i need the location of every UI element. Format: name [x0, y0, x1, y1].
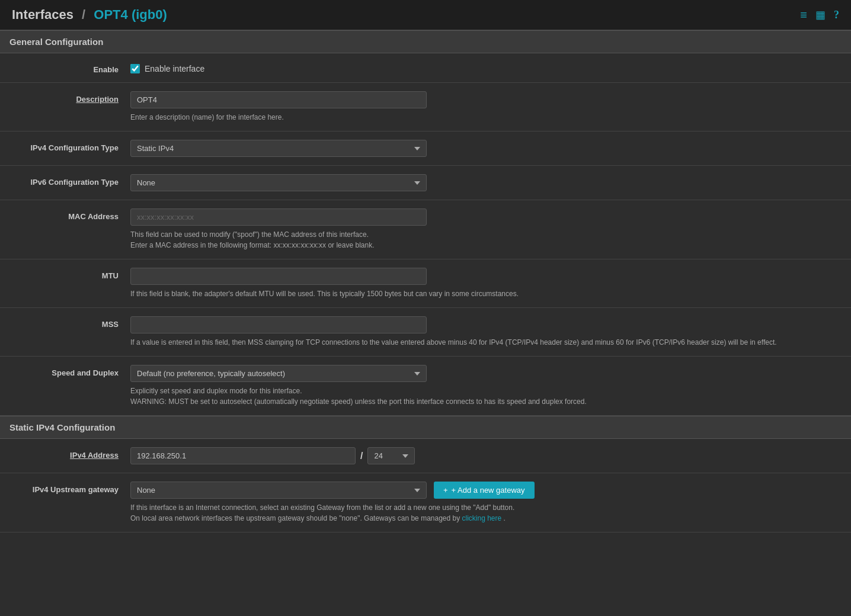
ipv6-config-type-select[interactable]: None Static IPv6 DHCPv6 SLAAC 6rd Tunnel…: [130, 174, 427, 191]
ipv6-config-type-content: None Static IPv6 DHCPv6 SLAAC 6rd Tunnel…: [130, 174, 851, 191]
ipv4-gateway-label: IPv4 Upstream gateway: [0, 482, 130, 494]
breadcrumb-page: OPT4 (igb0): [94, 7, 167, 22]
cidr-select[interactable]: 24 3231302928 2726252322 2120191817 1681: [367, 447, 415, 464]
ipv4-address-input[interactable]: [130, 447, 356, 464]
ipv6-config-type-label: IPv6 Configuration Type: [0, 174, 130, 187]
ipv4-address-row-inner: / 24 3231302928 2726252322 2120191817 16…: [130, 447, 839, 464]
ipv4-gateway-select[interactable]: None: [130, 482, 427, 499]
speed-duplex-label: Speed and Duplex: [0, 365, 130, 377]
ipv4-address-content: / 24 3231302928 2726252322 2120191817 16…: [130, 447, 851, 464]
add-gateway-button[interactable]: + + Add a new gateway: [434, 482, 535, 499]
ipv4-config-type-row: IPv4 Configuration Type Static IPv4 None…: [0, 131, 851, 166]
add-gateway-plus-icon: +: [443, 486, 448, 495]
breadcrumb-separator: /: [82, 7, 85, 22]
ipv4-gateway-content: None + + Add a new gateway If this inter…: [130, 482, 851, 524]
mtu-label: MTU: [0, 268, 130, 280]
speed-duplex-content: Default (no preference, typically autose…: [130, 365, 851, 407]
mac-address-content: This field can be used to modify ("spoof…: [130, 208, 851, 251]
chart-icon[interactable]: [815, 8, 826, 21]
main-content: General Configuration Enable Enable inte…: [0, 30, 851, 532]
breadcrumb: Interfaces / OPT4 (igb0): [12, 7, 167, 23]
mss-input[interactable]: [130, 316, 427, 333]
ipv4-address-label[interactable]: IPv4 Address: [0, 447, 130, 460]
mtu-content: If this field is blank, the adapter's de…: [130, 268, 851, 299]
mac-address-row: MAC Address This field can be used to mo…: [0, 200, 851, 259]
ipv4-gateway-row: IPv4 Upstream gateway None + + Add a new…: [0, 473, 851, 532]
mtu-input[interactable]: [130, 268, 427, 285]
gateway-hint: If this interface is an Internet connect…: [130, 502, 839, 524]
breadcrumb-root[interactable]: Interfaces: [12, 7, 73, 22]
gateway-row-inner: None + + Add a new gateway: [130, 482, 839, 499]
enable-checkbox-label[interactable]: Enable interface: [145, 64, 204, 73]
ipv6-config-type-row: IPv6 Configuration Type None Static IPv6…: [0, 166, 851, 200]
general-configuration-section: General Configuration Enable Enable inte…: [0, 30, 851, 416]
header-actions: [800, 8, 839, 22]
speed-duplex-hint: Explicitly set speed and duplex mode for…: [130, 386, 839, 407]
ipv4-address-row: IPv4 Address / 24 3231302928 2726252322 …: [0, 439, 851, 473]
sliders-icon[interactable]: [800, 8, 807, 22]
mss-label: MSS: [0, 316, 130, 329]
enable-label: Enable: [0, 62, 130, 74]
enable-content: Enable interface: [130, 62, 851, 73]
speed-duplex-select[interactable]: Default (no preference, typically autose…: [130, 365, 427, 382]
mss-hint: If a value is entered in this field, the…: [130, 337, 839, 348]
mac-address-label: MAC Address: [0, 208, 130, 221]
description-input[interactable]: [130, 91, 427, 108]
static-ipv4-section-header: Static IPv4 Configuration: [0, 416, 851, 439]
description-row: Description Enter a description (name) f…: [0, 83, 851, 131]
ipv4-config-type-content: Static IPv4 None DHCP PPP PPPoE L2TP PPT…: [130, 140, 851, 157]
mss-row: MSS If a value is entered in this field,…: [0, 308, 851, 357]
mac-address-input[interactable]: [130, 208, 427, 226]
ipv4-config-type-select[interactable]: Static IPv4 None DHCP PPP PPPoE L2TP PPT…: [130, 140, 427, 157]
enable-checkbox-row: Enable interface: [130, 62, 839, 73]
ipv4-config-type-label: IPv4 Configuration Type: [0, 140, 130, 152]
mtu-hint: If this field is blank, the adapter's de…: [130, 288, 839, 299]
enable-checkbox[interactable]: [130, 64, 140, 73]
help-icon[interactable]: [834, 9, 839, 21]
description-content: Enter a description (name) for the inter…: [130, 91, 851, 123]
description-hint: Enter a description (name) for the inter…: [130, 112, 839, 123]
ipv4-slash: /: [360, 451, 363, 461]
add-gateway-label: + Add a new gateway: [452, 486, 525, 495]
description-label[interactable]: Description: [0, 91, 130, 104]
mac-address-hint: This field can be used to modify ("spoof…: [130, 229, 839, 251]
static-ipv4-section: Static IPv4 Configuration IPv4 Address /…: [0, 416, 851, 532]
page-header: Interfaces / OPT4 (igb0): [0, 0, 851, 30]
mtu-row: MTU If this field is blank, the adapter'…: [0, 259, 851, 308]
mss-content: If a value is entered in this field, the…: [130, 316, 851, 348]
speed-duplex-row: Speed and Duplex Default (no preference,…: [0, 357, 851, 416]
enable-row: Enable Enable interface: [0, 53, 851, 83]
general-section-header: General Configuration: [0, 30, 851, 53]
clicking-here-link[interactable]: clicking here: [462, 514, 502, 522]
